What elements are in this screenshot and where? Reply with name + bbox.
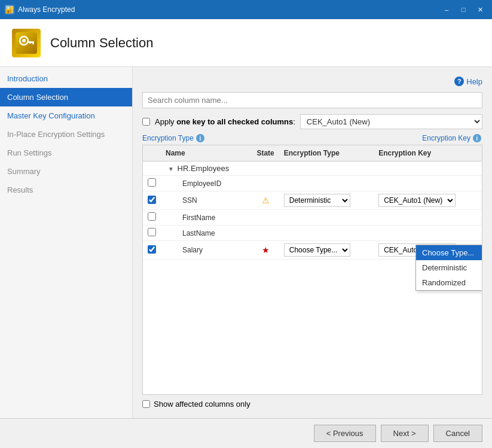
table-row: FirstName	[143, 210, 482, 225]
encryption-key-label: Encryption Key	[422, 134, 470, 142]
th-enc-type: Encryption Type	[279, 145, 374, 161]
sidebar-item-introduction[interactable]: Introduction	[0, 69, 132, 88]
show-affected-row: Show affected columns only	[142, 400, 482, 409]
td-enc-type	[279, 176, 374, 191]
td-enc-key	[374, 210, 482, 225]
titlebar: 🔐 Always Encrypted – □ ✕	[0, 0, 492, 19]
show-affected-checkbox[interactable]	[142, 400, 150, 408]
td-name-group: ▼ HR.Employees	[161, 161, 252, 176]
td-state	[252, 176, 279, 191]
key-dropdown[interactable]: CEK_Auto1 (New)	[300, 114, 482, 129]
apply-key-row: Apply one key to all checked columns: CE…	[142, 114, 482, 129]
td-enc-key-group	[374, 161, 482, 176]
table-header-row: Name State Encryption Type Encryption Ke…	[143, 145, 482, 161]
td-checkbox	[143, 210, 161, 225]
help-icon: ?	[454, 77, 464, 86]
tree-arrow: ▼	[168, 166, 174, 172]
td-enc-type: Deterministic Choose Type... Randomized	[279, 191, 374, 210]
svg-point-5	[22, 39, 26, 42]
th-state: State	[252, 145, 279, 161]
checkbox-employeeid[interactable]	[148, 178, 156, 187]
svg-rect-8	[29, 41, 31, 44]
group-name: HR.Employees	[178, 164, 230, 173]
encryption-type-label: Encryption Type	[142, 134, 194, 142]
help-link[interactable]: ? Help	[454, 77, 482, 86]
window-title: Always Encrypted	[18, 5, 439, 14]
td-enc-key	[374, 176, 482, 191]
checkbox-lastname[interactable]	[148, 228, 156, 236]
show-affected-label: Show affected columns only	[154, 400, 250, 409]
header-icon	[12, 29, 41, 57]
warning-icon: ⚠	[262, 196, 270, 205]
close-button[interactable]: ✕	[473, 4, 487, 16]
td-enc-type	[279, 225, 374, 241]
th-checkbox	[143, 145, 161, 161]
table-row: EmployeeID	[143, 176, 482, 191]
sidebar-item-summary: Summary	[0, 162, 132, 181]
previous-button[interactable]: < Previous	[314, 425, 376, 442]
col-info-row: Encryption Type i Encryption Key i	[142, 134, 482, 142]
td-state	[252, 210, 279, 225]
encryption-type-dropdown: Choose Type... Deterministic Randomized	[415, 245, 482, 291]
app-icon: 🔐	[5, 5, 14, 14]
td-state	[252, 225, 279, 241]
window-controls: – □ ✕	[439, 4, 487, 16]
sidebar-item-column-selection[interactable]: Column Selection	[0, 88, 132, 106]
enc-key-select-ssn[interactable]: CEK_Auto1 (New)	[378, 194, 456, 207]
dropdown-item-deterministic[interactable]: Deterministic	[416, 260, 482, 275]
required-icon: ★	[262, 245, 270, 255]
table-row: LastName	[143, 225, 482, 241]
svg-text:🔐: 🔐	[5, 5, 14, 14]
td-name: FirstName	[161, 210, 252, 225]
td-checkbox	[143, 191, 161, 210]
td-state-group	[252, 161, 279, 176]
content-area: ? Help Apply one key to all checked colu…	[133, 67, 492, 418]
main-container: Column Selection Introduction Column Sel…	[0, 19, 492, 448]
footer: < Previous Next > Cancel	[0, 418, 492, 448]
sidebar-item-run-settings: Run Settings	[0, 144, 132, 162]
search-input[interactable]	[142, 92, 482, 108]
table-row: SSN ⚠ Deterministic Choose Type... Rando…	[143, 191, 482, 210]
dropdown-item-randomized[interactable]: Randomized	[416, 275, 482, 290]
td-enc-type-group	[279, 161, 374, 176]
td-checkbox	[143, 176, 161, 191]
dropdown-item-choose[interactable]: Choose Type...	[416, 245, 482, 260]
td-state: ★	[252, 241, 279, 260]
td-state: ⚠	[252, 191, 279, 210]
enc-type-select-salary[interactable]: Choose Type... Deterministic Randomized	[284, 243, 350, 257]
enc-type-select-ssn[interactable]: Deterministic Choose Type... Randomized	[284, 194, 350, 207]
sidebar-item-master-key[interactable]: Master Key Configuration	[0, 106, 132, 125]
header: Column Selection	[0, 19, 492, 67]
minimize-button[interactable]: –	[439, 4, 454, 16]
td-enc-key: CEK_Auto1 (New)	[374, 191, 482, 210]
th-name: Name	[161, 145, 252, 161]
apply-key-checkbox[interactable]	[142, 118, 150, 126]
page-title: Column Selection	[50, 35, 153, 51]
checkbox-salary[interactable]	[148, 245, 156, 254]
encryption-key-info-icon[interactable]: i	[473, 134, 481, 142]
maximize-button[interactable]: □	[456, 4, 470, 16]
td-checkbox	[143, 241, 161, 260]
td-checkbox-group	[143, 161, 161, 176]
columns-table-inner: Name State Encryption Type Encryption Ke…	[143, 145, 482, 260]
td-enc-key	[374, 225, 482, 241]
checkbox-firstname[interactable]	[148, 212, 156, 221]
help-row: ? Help	[142, 77, 482, 86]
next-button[interactable]: Next >	[381, 425, 429, 442]
apply-key-label: Apply one key to all checked columns:	[155, 117, 295, 126]
encryption-type-info-icon[interactable]: i	[196, 134, 204, 142]
cancel-button[interactable]: Cancel	[433, 425, 482, 442]
table-row: ▼ HR.Employees	[143, 161, 482, 176]
td-name: Salary	[161, 241, 252, 260]
td-enc-type: Choose Type... Deterministic Randomized	[279, 241, 374, 260]
td-enc-type	[279, 210, 374, 225]
td-name: EmployeeID	[161, 176, 252, 191]
checkbox-ssn[interactable]	[148, 196, 156, 204]
td-name: LastName	[161, 225, 252, 241]
sidebar: Introduction Column Selection Master Key…	[0, 67, 133, 418]
sidebar-item-results: Results	[0, 181, 132, 199]
body: Introduction Column Selection Master Key…	[0, 67, 492, 418]
td-checkbox	[143, 225, 161, 241]
sidebar-item-inplace-encryption: In-Place Encryption Settings	[0, 125, 132, 144]
svg-rect-7	[32, 41, 34, 44]
